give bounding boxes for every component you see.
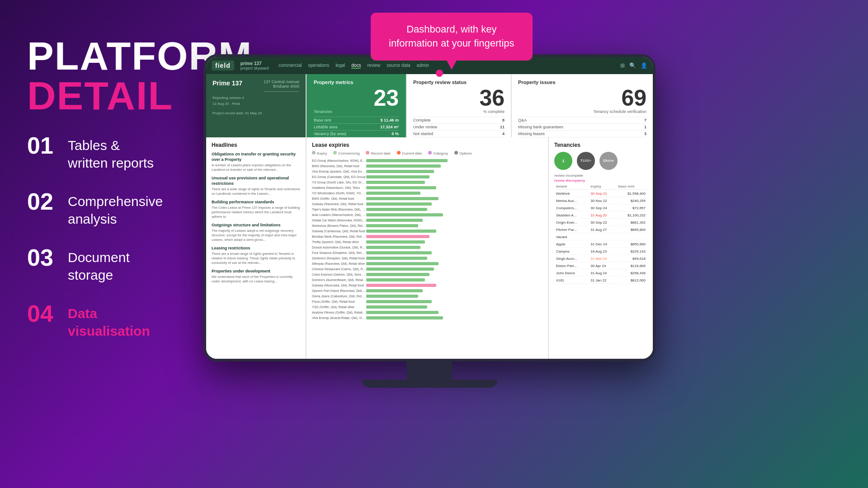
chart-bar <box>366 224 418 227</box>
chart-legend: Expiry Commencing Record date Current da… <box>312 151 542 155</box>
chart-bar-row: Thrifty (Ipswich, Qld), Retail other <box>312 239 542 244</box>
chart-bar-label: Domino's (Auchenflower, Qld), Retail foo… <box>312 278 366 282</box>
tenancy-table: tenant expiry base rent WeWork30 Sep 21$… <box>554 183 647 285</box>
tenancies-title: Tenancies <box>554 142 647 148</box>
chart-bar-label: Four Seasons (Dingleton, Qld), Retail fo… <box>312 251 366 254</box>
chart-bar-label: Auto Leaders (Maroochydore, Qld), Retail… <box>312 213 366 216</box>
tenant-cell: #161 <box>555 277 589 284</box>
property-card: Prime 137 137 Central Avenue Brisbane 40… <box>206 74 306 137</box>
nav-item-review[interactable]: review <box>367 63 380 69</box>
base-rent-cell: $116,806 <box>618 263 647 269</box>
chart-bar <box>366 300 432 303</box>
chart-bar-row: Subway (Moorooka, Qld), Retail food <box>312 283 542 287</box>
nav-icons: ⊞ 🔍 👤 <box>620 62 647 69</box>
issues-card: Property issues 69 Tenancy schedule veri… <box>512 74 653 137</box>
tenant-cell: Origin Ener... <box>555 220 589 226</box>
base-rent-cell: $850,890 <box>618 241 647 248</box>
chart-bar <box>366 240 425 244</box>
issues-sub-label: Tenancy schedule verification <box>518 109 646 114</box>
metric-row-0: Base rent $ 11.46 m <box>314 117 399 123</box>
chart-bar-label: BWS (Griffin, Qld), Retail food <box>312 197 366 200</box>
nav-item-commercial[interactable]: commercial <box>278 63 302 69</box>
nav-item-operations[interactable]: operations <box>308 63 329 69</box>
expiry-cell: 31 Dec 24 <box>590 241 616 248</box>
review-pct-label: % complete <box>413 109 505 114</box>
chart-bar <box>366 235 429 238</box>
metrics-card: Property metrics 23 Tenancies Base rent … <box>307 74 406 137</box>
base-rent-cell: $72,657 <box>618 205 647 211</box>
expiry-cell: 31 Mar 23 <box>590 256 616 262</box>
chart-bar <box>366 181 425 184</box>
issues-title: Property issues <box>518 80 646 85</box>
base-rent-cell: $229,143 <box>618 249 647 255</box>
tenant-cell: Computers... <box>555 205 589 211</box>
table-row: Apple31 Dec 24$850,890 <box>555 241 646 248</box>
chart-bar <box>366 213 443 216</box>
chart-area: EG Group (Maroochydore, NSW), EG GroupBW… <box>312 158 542 343</box>
chart-bar-row: Subway (Cambooya, Qld), Retail food <box>312 229 542 233</box>
table-row: Computers...30 Sep 24$72,657 <box>555 205 646 211</box>
table-row: Campos18 Aug 23$229,143 <box>555 249 646 255</box>
chart-bar <box>366 278 425 282</box>
legend-record-date: Record date <box>366 151 391 155</box>
tenant-cell: Pitcher Par... <box>555 227 589 233</box>
headline-0: Obligations on transfer or granting secu… <box>212 152 300 172</box>
headline-5: Properties under development We understa… <box>212 269 300 284</box>
bottom-row: Headlines Obligations on transfer or gra… <box>206 137 653 359</box>
review-discrepancy-link[interactable]: review discrepancy <box>554 178 647 183</box>
search-icon[interactable]: 🔍 <box>629 62 636 69</box>
expiry-cell: 30 Nov 22 <box>590 198 616 204</box>
chart-bar-label: Chinese Restaurant (Cairns, Qld), Retail… <box>312 267 366 271</box>
t-circle-3: 15other <box>599 152 618 170</box>
feature-text-4: Datavisualisation <box>68 302 150 340</box>
tenant-cell: WeWork <box>555 191 589 197</box>
chart-bar-label: Afterpay (Raceview, Qld), Retail other <box>312 262 366 265</box>
table-row: Pitcher Par...31 Aug 27$865,800 <box>555 227 646 233</box>
chart-bar-row: Workshop (Browns Plains, Qld), Retail ot… <box>312 223 542 228</box>
chart-bar <box>366 262 439 265</box>
chart-bar <box>366 273 429 276</box>
tenant-cell: Singh Acco... <box>555 256 589 262</box>
nav-item-docs[interactable]: docs <box>351 63 361 69</box>
expiry-cell: 31 Aug 24 <box>590 270 616 277</box>
review-big-number: 36 <box>479 87 505 109</box>
issue-row-2: Missing leases 3 <box>518 130 646 137</box>
metrics-title: Property metrics <box>314 80 399 85</box>
tablet-stand <box>203 361 656 388</box>
chart-bars: EG Group (Maroochydore, NSW), EG GroupBW… <box>312 158 542 320</box>
headline-3: Outgoings structure and limitations The … <box>212 223 300 242</box>
nav-item-admin[interactable]: admin <box>417 63 429 69</box>
nav-item-legal[interactable]: legal <box>335 63 345 69</box>
chart-bar-row: Durack Automotive (Durack, Qld), Retail … <box>312 245 542 249</box>
legend-expiry: Expiry <box>312 151 327 155</box>
chart-bar-label: Subway (Moorooka, Qld), Retail food <box>312 284 366 287</box>
record-date: Project record date: 01 May 20 <box>212 111 299 117</box>
chart-bar-label: Global Car Wash (Moorooka, NSW), Retail … <box>312 219 366 222</box>
nav-item-source-data[interactable]: source data <box>387 63 410 69</box>
review-card: Property review status 36 % complete Com… <box>407 74 511 137</box>
metric-row-1: Lettable area 17,324 m² <box>314 123 399 130</box>
t-circle-2: 71000+ <box>577 152 595 170</box>
chart-bar-row: EG Group (Carindale, Qld), EG Group <box>312 174 542 179</box>
chart-bar-label: Anytime Fitness (Griffin, Qld), Retail o… <box>312 311 366 314</box>
chart-bar-row: YS Group (South Lake, SA), EG Group <box>312 180 542 184</box>
col-expiry: expiry <box>590 183 616 190</box>
table-row: Elston Part...30 Apr 24$116,806 <box>555 263 646 269</box>
user-icon[interactable]: 👤 <box>641 62 647 69</box>
review-row-0: Complete 8 <box>413 117 505 123</box>
grid-icon[interactable]: ⊞ <box>620 62 625 69</box>
chart-bar-label: EG Group (Maroochydore, NSW), EG Group <box>312 159 366 162</box>
chart-bar-label: Thrifty (Ipswich, Qld), Retail other <box>312 240 366 244</box>
expiry-cell <box>590 234 616 240</box>
property-address: 137 Central Avenue Brisbane 4000 <box>264 80 299 92</box>
table-row: Skadden A...31 Aug 20$1,100,232 <box>555 212 646 219</box>
chart-bar <box>366 246 420 249</box>
chart-bar-row: BWS (Raceview, Qld), Retail food <box>312 164 542 168</box>
issue-row-0: Q&A 7 <box>518 117 646 123</box>
chart-bar-row: Four Seasons (Dingleton, Qld), Retail fo… <box>312 250 542 255</box>
table-row: #16131 Jan 22$812,000 <box>555 277 646 284</box>
feature-number-1: 01 <box>27 134 68 157</box>
chart-bar-row: YG Wholesalers (North, NSW), YG Group <box>312 191 542 195</box>
metric-row-2: Vacancy (by area) 0 % <box>314 130 399 137</box>
table-row: WeWork30 Sep 21$1,598,400 <box>555 191 646 197</box>
